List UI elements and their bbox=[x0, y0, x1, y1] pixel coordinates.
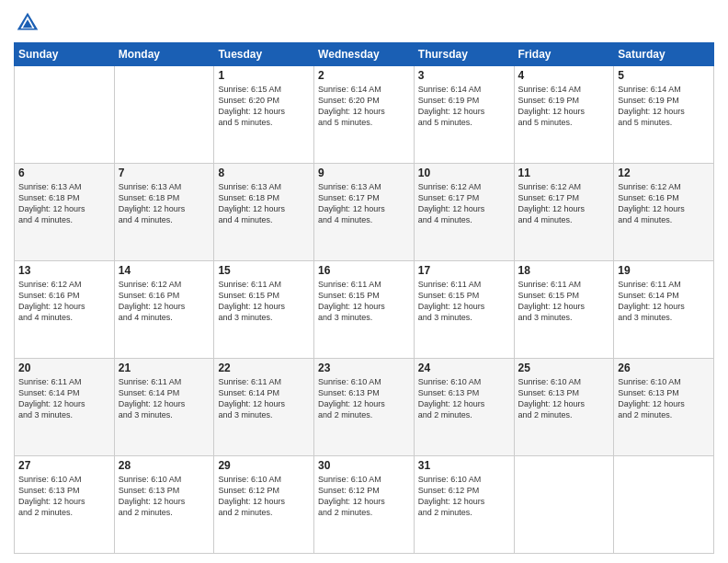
day-number: 22 bbox=[218, 362, 310, 374]
day-number: 2 bbox=[318, 69, 410, 82]
day-number: 25 bbox=[518, 362, 610, 374]
table-row: 18Sunrise: 6:11 AM Sunset: 6:15 PM Dayli… bbox=[514, 261, 614, 359]
col-thursday: Thursday bbox=[414, 43, 514, 66]
col-saturday: Saturday bbox=[614, 43, 714, 66]
day-number: 26 bbox=[618, 362, 710, 374]
table-row: 25Sunrise: 6:10 AM Sunset: 6:13 PM Dayli… bbox=[514, 359, 614, 456]
day-info: Sunrise: 6:14 AM Sunset: 6:19 PM Dayligh… bbox=[618, 84, 710, 129]
day-info: Sunrise: 6:11 AM Sunset: 6:14 PM Dayligh… bbox=[218, 376, 310, 421]
table-row: 16Sunrise: 6:11 AM Sunset: 6:15 PM Dayli… bbox=[314, 261, 415, 359]
day-number: 8 bbox=[218, 167, 310, 179]
table-row: 30Sunrise: 6:10 AM Sunset: 6:12 PM Dayli… bbox=[314, 456, 415, 554]
col-monday: Monday bbox=[114, 43, 214, 66]
table-row bbox=[514, 456, 614, 554]
day-info: Sunrise: 6:13 AM Sunset: 6:18 PM Dayligh… bbox=[18, 181, 110, 226]
day-number: 4 bbox=[518, 69, 610, 82]
day-number: 21 bbox=[119, 362, 210, 374]
day-number: 17 bbox=[418, 264, 510, 277]
day-info: Sunrise: 6:10 AM Sunset: 6:12 PM Dayligh… bbox=[418, 474, 510, 519]
table-row: 8Sunrise: 6:13 AM Sunset: 6:18 PM Daylig… bbox=[214, 164, 314, 261]
table-row: 15Sunrise: 6:11 AM Sunset: 6:15 PM Dayli… bbox=[214, 261, 314, 359]
day-number: 14 bbox=[119, 264, 210, 277]
calendar-week-row: 13Sunrise: 6:12 AM Sunset: 6:16 PM Dayli… bbox=[15, 261, 714, 359]
table-row: 6Sunrise: 6:13 AM Sunset: 6:18 PM Daylig… bbox=[15, 164, 115, 261]
calendar-header-row: Sunday Monday Tuesday Wednesday Thursday… bbox=[15, 43, 714, 66]
day-number: 27 bbox=[18, 459, 110, 472]
col-friday: Friday bbox=[514, 43, 614, 66]
day-info: Sunrise: 6:10 AM Sunset: 6:12 PM Dayligh… bbox=[218, 474, 310, 519]
day-number: 29 bbox=[218, 459, 310, 472]
day-number: 24 bbox=[418, 362, 510, 374]
day-info: Sunrise: 6:12 AM Sunset: 6:17 PM Dayligh… bbox=[418, 181, 510, 226]
day-number: 31 bbox=[418, 459, 510, 472]
calendar-week-row: 1Sunrise: 6:15 AM Sunset: 6:20 PM Daylig… bbox=[15, 66, 714, 164]
day-number: 10 bbox=[418, 167, 510, 179]
day-info: Sunrise: 6:12 AM Sunset: 6:16 PM Dayligh… bbox=[18, 279, 110, 324]
day-info: Sunrise: 6:13 AM Sunset: 6:18 PM Dayligh… bbox=[119, 181, 210, 226]
day-info: Sunrise: 6:10 AM Sunset: 6:13 PM Dayligh… bbox=[318, 376, 410, 421]
table-row: 27Sunrise: 6:10 AM Sunset: 6:13 PM Dayli… bbox=[15, 456, 115, 554]
table-row: 19Sunrise: 6:11 AM Sunset: 6:14 PM Dayli… bbox=[614, 261, 714, 359]
day-number: 18 bbox=[518, 264, 610, 277]
calendar-week-row: 6Sunrise: 6:13 AM Sunset: 6:18 PM Daylig… bbox=[15, 164, 714, 261]
table-row bbox=[15, 66, 115, 164]
day-number: 30 bbox=[318, 459, 410, 472]
day-number: 3 bbox=[418, 69, 510, 82]
day-number: 11 bbox=[518, 167, 610, 179]
col-wednesday: Wednesday bbox=[314, 43, 415, 66]
calendar-table: Sunday Monday Tuesday Wednesday Thursday… bbox=[14, 42, 714, 554]
table-row: 7Sunrise: 6:13 AM Sunset: 6:18 PM Daylig… bbox=[114, 164, 214, 261]
day-info: Sunrise: 6:10 AM Sunset: 6:13 PM Dayligh… bbox=[119, 474, 210, 519]
day-info: Sunrise: 6:12 AM Sunset: 6:17 PM Dayligh… bbox=[518, 181, 610, 226]
day-info: Sunrise: 6:10 AM Sunset: 6:13 PM Dayligh… bbox=[518, 376, 610, 421]
day-number: 16 bbox=[318, 264, 410, 277]
day-info: Sunrise: 6:10 AM Sunset: 6:13 PM Dayligh… bbox=[618, 376, 710, 421]
table-row: 17Sunrise: 6:11 AM Sunset: 6:15 PM Dayli… bbox=[414, 261, 514, 359]
day-info: Sunrise: 6:10 AM Sunset: 6:12 PM Dayligh… bbox=[318, 474, 410, 519]
day-number: 9 bbox=[318, 167, 410, 179]
table-row: 26Sunrise: 6:10 AM Sunset: 6:13 PM Dayli… bbox=[614, 359, 714, 456]
table-row: 10Sunrise: 6:12 AM Sunset: 6:17 PM Dayli… bbox=[414, 164, 514, 261]
table-row: 12Sunrise: 6:12 AM Sunset: 6:16 PM Dayli… bbox=[614, 164, 714, 261]
day-number: 13 bbox=[18, 264, 110, 277]
day-info: Sunrise: 6:11 AM Sunset: 6:14 PM Dayligh… bbox=[119, 376, 210, 421]
table-row bbox=[114, 66, 214, 164]
day-number: 20 bbox=[18, 362, 110, 374]
table-row: 22Sunrise: 6:11 AM Sunset: 6:14 PM Dayli… bbox=[214, 359, 314, 456]
day-info: Sunrise: 6:14 AM Sunset: 6:19 PM Dayligh… bbox=[518, 84, 610, 129]
day-info: Sunrise: 6:10 AM Sunset: 6:13 PM Dayligh… bbox=[418, 376, 510, 421]
logo-icon bbox=[14, 9, 41, 37]
table-row: 14Sunrise: 6:12 AM Sunset: 6:16 PM Dayli… bbox=[114, 261, 214, 359]
table-row: 13Sunrise: 6:12 AM Sunset: 6:16 PM Dayli… bbox=[15, 261, 115, 359]
table-row: 1Sunrise: 6:15 AM Sunset: 6:20 PM Daylig… bbox=[214, 66, 314, 164]
day-number: 5 bbox=[618, 69, 710, 82]
day-info: Sunrise: 6:11 AM Sunset: 6:15 PM Dayligh… bbox=[418, 279, 510, 324]
calendar-week-row: 27Sunrise: 6:10 AM Sunset: 6:13 PM Dayli… bbox=[15, 456, 714, 554]
day-info: Sunrise: 6:11 AM Sunset: 6:15 PM Dayligh… bbox=[518, 279, 610, 324]
day-number: 7 bbox=[119, 167, 210, 179]
table-row: 20Sunrise: 6:11 AM Sunset: 6:14 PM Dayli… bbox=[15, 359, 115, 456]
col-sunday: Sunday bbox=[15, 43, 115, 66]
day-number: 6 bbox=[18, 167, 110, 179]
day-info: Sunrise: 6:11 AM Sunset: 6:14 PM Dayligh… bbox=[18, 376, 110, 421]
day-info: Sunrise: 6:10 AM Sunset: 6:13 PM Dayligh… bbox=[18, 474, 110, 519]
calendar-week-row: 20Sunrise: 6:11 AM Sunset: 6:14 PM Dayli… bbox=[15, 359, 714, 456]
table-row: 21Sunrise: 6:11 AM Sunset: 6:14 PM Dayli… bbox=[114, 359, 214, 456]
day-number: 1 bbox=[218, 69, 310, 82]
day-number: 12 bbox=[618, 167, 710, 179]
day-info: Sunrise: 6:15 AM Sunset: 6:20 PM Dayligh… bbox=[218, 84, 310, 129]
day-info: Sunrise: 6:11 AM Sunset: 6:15 PM Dayligh… bbox=[318, 279, 410, 324]
header bbox=[14, 9, 714, 37]
table-row: 28Sunrise: 6:10 AM Sunset: 6:13 PM Dayli… bbox=[114, 456, 214, 554]
table-row: 5Sunrise: 6:14 AM Sunset: 6:19 PM Daylig… bbox=[614, 66, 714, 164]
day-info: Sunrise: 6:14 AM Sunset: 6:20 PM Dayligh… bbox=[318, 84, 410, 129]
day-info: Sunrise: 6:12 AM Sunset: 6:16 PM Dayligh… bbox=[618, 181, 710, 226]
day-info: Sunrise: 6:12 AM Sunset: 6:16 PM Dayligh… bbox=[119, 279, 210, 324]
table-row: 24Sunrise: 6:10 AM Sunset: 6:13 PM Dayli… bbox=[414, 359, 514, 456]
day-info: Sunrise: 6:13 AM Sunset: 6:18 PM Dayligh… bbox=[218, 181, 310, 226]
table-row: 23Sunrise: 6:10 AM Sunset: 6:13 PM Dayli… bbox=[314, 359, 415, 456]
table-row: 2Sunrise: 6:14 AM Sunset: 6:20 PM Daylig… bbox=[314, 66, 415, 164]
table-row: 31Sunrise: 6:10 AM Sunset: 6:12 PM Dayli… bbox=[414, 456, 514, 554]
day-number: 15 bbox=[218, 264, 310, 277]
table-row: 3Sunrise: 6:14 AM Sunset: 6:19 PM Daylig… bbox=[414, 66, 514, 164]
